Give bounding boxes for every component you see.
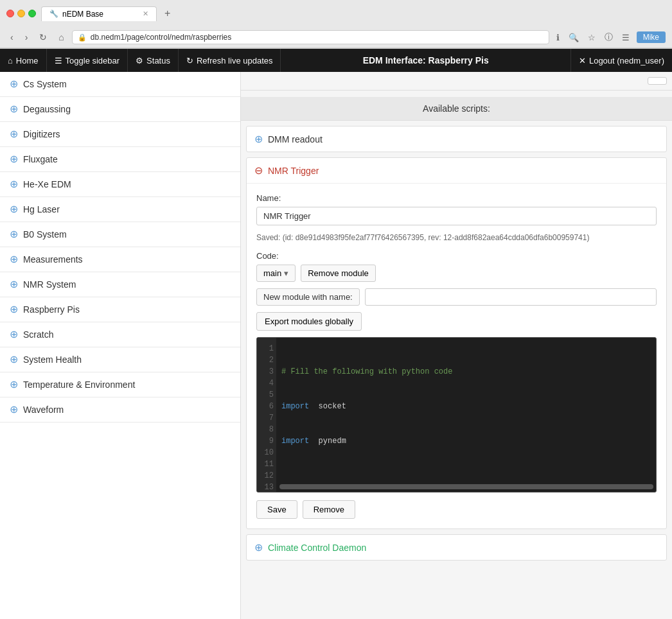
remove-button[interactable]: Remove [303, 500, 355, 519]
content-area: Available scripts: ⊕ DMM readout ⊖ NMR T… [241, 72, 672, 619]
sidebar-item-fluxgate[interactable]: ⊕ Fluxgate [0, 147, 240, 172]
user-badge: Mike [637, 31, 666, 43]
plus-circle-icon: ⊕ [10, 154, 18, 164]
nav-logout[interactable]: ✕ Logout (nedm_user) [570, 49, 672, 72]
sidebar-item-label: Cs System [23, 79, 67, 89]
address-text: db.nedm1/page/control/nedm/raspberries [91, 33, 544, 42]
browser-chrome: 🔧 nEDM Base ✕ + ‹ › ↻ ⌂ 🔒 db.nedm1/page/… [0, 0, 672, 49]
close-button[interactable] [6, 10, 14, 17]
module-name-label: main [263, 268, 281, 278]
script-dmm-header[interactable]: ⊕ DMM readout [247, 126, 666, 152]
code-lines: # Fill the following with python code im… [276, 338, 656, 492]
sidebar-item-cs-system[interactable]: ⊕ Cs System [0, 72, 240, 97]
bookmark-icon[interactable]: ☆ [585, 30, 599, 45]
browser-toolbar-icons: ℹ 🔍 ☆ ⓘ ☰ [553, 30, 633, 45]
code-content: 1 2 3 4 5 6 7 8 9 10 11 12 13 [257, 338, 656, 492]
script-nmr-name: NMR Trigger [268, 166, 319, 176]
sidebar-item-label: B0 System [23, 229, 67, 240]
code-line-2: import socket [281, 401, 651, 412]
sidebar-item-label: Scratch [23, 329, 53, 340]
toggle-sidebar-icon: ☰ [55, 56, 62, 65]
plus-circle-icon: ⊕ [10, 204, 18, 214]
tab-title: nEDM Base [62, 10, 103, 19]
home-button[interactable]: ⌂ [55, 31, 67, 44]
refresh-icon: ↻ [186, 56, 193, 65]
sidebar-item-raspberry-pis[interactable]: ⊕ Raspberry Pis [0, 297, 240, 322]
module-selector-button[interactable]: main ▾ [256, 265, 296, 282]
script-climate-header[interactable]: ⊕ Climate Control Daemon [247, 535, 666, 560]
script-dmm-name: DMM readout [268, 134, 323, 144]
traffic-lights [6, 10, 36, 17]
sidebar-item-degaussing[interactable]: ⊕ Degaussing [0, 97, 240, 122]
sidebar-item-waveform[interactable]: ⊕ Waveform [0, 397, 240, 423]
sidebar-item-temperature-environment[interactable]: ⊕ Temperature & Environment [0, 372, 240, 397]
sidebar-item-b0-system[interactable]: ⊕ B0 System [0, 222, 240, 247]
search-icon[interactable]: 🔍 [565, 30, 582, 45]
horizontal-scrollbar[interactable] [279, 484, 653, 489]
code-line-3: import pynedm [281, 435, 651, 447]
details-icon[interactable]: ⓘ [601, 30, 616, 45]
code-editor[interactable]: 1 2 3 4 5 6 7 8 9 10 11 12 13 [256, 337, 657, 493]
field-name-label: Name: [256, 193, 657, 203]
nav-toggle-sidebar[interactable]: ☰ Toggle sidebar [47, 49, 128, 72]
nav-home[interactable]: ⌂ Home [0, 49, 47, 72]
remove-module-button[interactable]: Remove module [301, 265, 376, 282]
sidebar-item-scratch[interactable]: ⊕ Scratch [0, 322, 240, 347]
plus-circle-icon: ⊕ [10, 354, 18, 365]
address-lock-icon: 🔒 [78, 33, 87, 42]
tab-close-icon[interactable]: ✕ [143, 10, 148, 18]
menu-icon[interactable]: ☰ [619, 30, 633, 45]
sidebar-item-label: Raspberry Pis [23, 304, 80, 315]
minimize-button[interactable] [17, 10, 25, 17]
reload-button[interactable]: ↻ [35, 31, 51, 44]
forward-button[interactable]: › [21, 31, 32, 44]
plus-circle-icon: ⊕ [10, 304, 18, 315]
script-nmr-header[interactable]: ⊖ NMR Trigger [247, 158, 666, 183]
new-module-label: New module with name: [256, 288, 360, 306]
new-module-input[interactable] [365, 288, 657, 306]
app-navbar: ⌂ Home ☰ Toggle sidebar ⚙ Status ↻ Refre… [0, 49, 672, 72]
code-line-1: # Fill the following with python code [281, 366, 651, 378]
nav-status-label: Status [146, 56, 170, 65]
nav-logout-label: Logout (nedm_user) [589, 56, 664, 65]
nav-home-label: Home [16, 56, 39, 65]
new-module-row: New module with name: [256, 288, 657, 306]
back-button[interactable]: ‹ [6, 31, 17, 44]
browser-tab[interactable]: 🔧 nEDM Base ✕ [41, 6, 157, 21]
sidebar-item-digitizers[interactable]: ⊕ Digitizers [0, 122, 240, 147]
sidebar-item-hg-laser[interactable]: ⊕ Hg Laser [0, 197, 240, 222]
plus-circle-icon: ⊕ [10, 179, 18, 189]
dropdown-icon: ▾ [284, 268, 288, 278]
available-scripts-header: Available scripts: [241, 97, 672, 121]
maximize-button[interactable] [28, 10, 36, 17]
expand-climate-icon: ⊕ [254, 541, 263, 554]
status-icon: ⚙ [136, 56, 143, 65]
browser-titlebar: 🔧 nEDM Base ✕ + [0, 0, 672, 27]
plus-circle-icon: ⊕ [10, 229, 18, 240]
info-icon[interactable]: ℹ [553, 30, 563, 45]
sidebar-item-nmr-system[interactable]: ⊕ NMR System [0, 272, 240, 297]
sidebar-item-he-xe-edm[interactable]: ⊕ He-Xe EDM [0, 172, 240, 197]
plus-circle-icon: ⊕ [10, 279, 18, 290]
plus-circle-icon: ⊕ [10, 405, 18, 415]
nav-toggle-sidebar-label: Toggle sidebar [66, 56, 120, 65]
address-bar[interactable]: 🔒 db.nedm1/page/control/nedm/raspberries [72, 30, 549, 44]
sidebar-item-label: Hg Laser [23, 204, 60, 214]
export-modules-button[interactable]: Export modules globally [256, 312, 362, 331]
save-button[interactable]: Save [256, 500, 297, 519]
code-controls: main ▾ Remove module [256, 265, 657, 282]
saved-info: Saved: (id: d8e91d4983f95fe2af77f7642656… [256, 232, 657, 243]
script-name-input[interactable] [256, 207, 657, 225]
script-climate-name: Climate Control Daemon [268, 543, 366, 553]
home-icon: ⌂ [8, 56, 13, 65]
sidebar-item-system-health[interactable]: ⊕ System Health [0, 347, 240, 372]
plus-circle-icon: ⊕ [10, 329, 18, 340]
nav-status[interactable]: ⚙ Status [128, 49, 179, 72]
browser-toolbar: ‹ › ↻ ⌂ 🔒 db.nedm1/page/control/nedm/ras… [0, 27, 672, 48]
collapse-icon: ⊖ [254, 164, 263, 177]
top-action-button[interactable] [648, 77, 667, 85]
new-tab-button[interactable]: + [162, 5, 173, 22]
main-layout: ⊕ Cs System ⊕ Degaussing ⊕ Digitizers ⊕ … [0, 72, 672, 619]
nav-refresh[interactable]: ↻ Refresh live updates [179, 49, 281, 72]
sidebar-item-measurements[interactable]: ⊕ Measurements [0, 247, 240, 272]
